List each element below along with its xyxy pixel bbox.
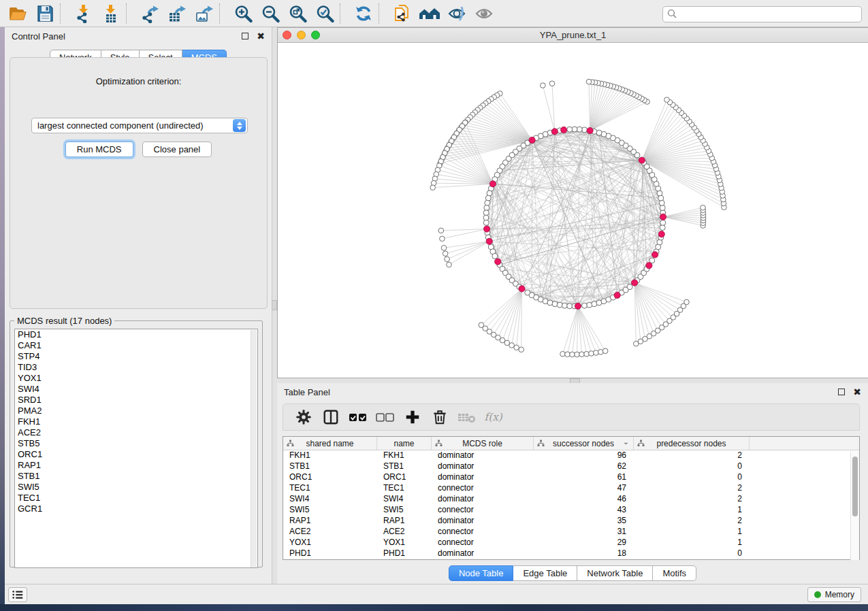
table-row[interactable]: SWI5SWI5connector431 xyxy=(283,505,859,516)
leaf-node[interactable] xyxy=(541,83,546,88)
close-panel-button[interactable]: Close panel xyxy=(142,142,212,157)
dominator-node[interactable] xyxy=(561,127,567,133)
leaf-node[interactable] xyxy=(602,348,608,354)
leaf-node[interactable] xyxy=(586,79,592,84)
network-canvas[interactable] xyxy=(278,43,868,378)
list-item[interactable]: CAR1 xyxy=(15,340,257,351)
leaf-node[interactable] xyxy=(445,257,450,262)
list-item[interactable]: STB5 xyxy=(15,438,257,449)
export-image-icon[interactable] xyxy=(191,2,218,25)
dominator-node[interactable] xyxy=(632,280,638,286)
table-row[interactable]: ACE2ACE2connector311 xyxy=(283,527,859,538)
leaf-node[interactable] xyxy=(560,351,566,357)
dominator-node[interactable] xyxy=(519,286,525,292)
table-row[interactable]: ORC1ORC1dominator610 xyxy=(283,472,859,483)
dominator-node[interactable] xyxy=(614,292,620,298)
table-row[interactable]: PHD1PHD1dominator180 xyxy=(283,548,859,559)
list-item[interactable]: RAP1 xyxy=(15,460,257,471)
network-node[interactable] xyxy=(552,301,558,307)
network-node[interactable] xyxy=(562,303,567,308)
import-network-icon[interactable] xyxy=(70,2,97,25)
network-node[interactable] xyxy=(659,200,664,205)
column-header-name[interactable]: name xyxy=(377,437,432,450)
run-mcds-button[interactable]: Run MCDS xyxy=(65,142,133,157)
table-scrollbar[interactable] xyxy=(850,451,859,560)
tab-network-table[interactable]: Network Table xyxy=(577,565,653,581)
dominator-node[interactable] xyxy=(646,263,652,269)
search-input[interactable] xyxy=(680,10,857,19)
float-table-panel-icon[interactable] xyxy=(838,389,845,395)
network-node[interactable] xyxy=(484,205,489,210)
delete-column-icon[interactable] xyxy=(428,406,452,428)
list-item[interactable]: SWI5 xyxy=(15,482,257,493)
table-row[interactable]: YOX1YOX1connector291 xyxy=(283,538,859,548)
network-node[interactable] xyxy=(660,225,665,231)
dominator-node[interactable] xyxy=(529,137,535,143)
zoom-fit-icon[interactable] xyxy=(284,2,311,25)
export-table-icon[interactable] xyxy=(163,2,191,25)
mcds-list-scrollbar[interactable] xyxy=(251,330,257,568)
add-column-icon[interactable] xyxy=(400,406,425,428)
leaf-node[interactable] xyxy=(509,343,515,348)
list-item[interactable]: TID3 xyxy=(15,362,257,373)
close-table-panel-icon[interactable]: ✖ xyxy=(853,389,861,395)
network-node[interactable] xyxy=(567,127,573,132)
leaf-node[interactable] xyxy=(441,246,447,251)
leaf-node[interactable] xyxy=(565,352,570,357)
list-item[interactable]: STB1 xyxy=(15,471,257,482)
refresh-layout-icon[interactable] xyxy=(350,2,377,25)
search-box[interactable] xyxy=(662,6,862,22)
leaf-node[interactable] xyxy=(598,350,604,355)
column-header-shared-name[interactable]: shared name xyxy=(283,437,377,450)
tab-motifs[interactable]: Motifs xyxy=(653,565,696,581)
leaf-node[interactable] xyxy=(584,351,590,357)
settings-gear-icon[interactable] xyxy=(291,406,316,428)
table-row[interactable]: SWI4SWI4dominator462 xyxy=(283,494,859,505)
leaf-node[interactable] xyxy=(438,228,444,233)
table-row[interactable]: RAP1RAP1dominator352 xyxy=(283,516,859,527)
table-row[interactable]: FKH1FKH1dominator962 xyxy=(283,450,859,461)
list-item[interactable]: PMA2 xyxy=(15,406,257,416)
deselect-all-icon[interactable] xyxy=(373,406,398,428)
dominator-node[interactable] xyxy=(575,303,581,309)
leaf-node[interactable] xyxy=(514,345,519,350)
dominator-node[interactable] xyxy=(660,214,666,220)
list-item[interactable]: YOX1 xyxy=(15,373,257,384)
table-row[interactable]: TEC1TEC1connector472 xyxy=(283,483,859,494)
leaf-node[interactable] xyxy=(519,347,524,352)
list-item[interactable]: PHD1 xyxy=(15,329,257,340)
network-from-file-icon[interactable] xyxy=(389,2,416,25)
column-header-successor-nodes[interactable]: successor nodes⌄ xyxy=(534,437,634,450)
network-node[interactable] xyxy=(485,200,490,205)
split-view-icon[interactable] xyxy=(319,406,343,428)
close-panel-icon[interactable]: ✖ xyxy=(257,33,265,39)
network-node[interactable] xyxy=(557,302,562,308)
network-node[interactable] xyxy=(483,220,489,225)
dominator-node[interactable] xyxy=(495,259,501,265)
network-node[interactable] xyxy=(485,195,491,201)
network-node[interactable] xyxy=(660,220,666,225)
leaf-node[interactable] xyxy=(664,97,670,103)
list-item[interactable]: ORC1 xyxy=(15,449,257,460)
leaf-node[interactable] xyxy=(684,299,690,305)
list-item[interactable]: TEC1 xyxy=(15,493,257,503)
hide-selected-icon[interactable] xyxy=(443,2,470,25)
dominator-node[interactable] xyxy=(486,238,492,244)
leaf-node[interactable] xyxy=(594,350,599,356)
list-item[interactable]: SWI4 xyxy=(15,384,257,395)
criterion-dropdown[interactable]: largest connected component (undirected) xyxy=(31,118,248,133)
column-header-MCDS-role[interactable]: MCDS role xyxy=(432,437,534,450)
dominator-node[interactable] xyxy=(639,157,645,163)
network-window-titlebar[interactable]: YPA_prune.txt_1 xyxy=(278,28,868,43)
dominator-node[interactable] xyxy=(483,226,489,232)
leaf-node[interactable] xyxy=(589,351,594,357)
zoom-selected-icon[interactable] xyxy=(311,2,338,25)
import-table-icon[interactable] xyxy=(97,2,125,25)
leaf-node[interactable] xyxy=(579,352,585,357)
network-node[interactable] xyxy=(587,302,592,308)
leaf-node[interactable] xyxy=(447,262,452,267)
save-session-icon[interactable] xyxy=(31,2,59,25)
tab-edge-table[interactable]: Edge Table xyxy=(513,565,577,581)
table-scrollbar-thumb[interactable] xyxy=(852,457,858,516)
leaf-node[interactable] xyxy=(440,236,445,242)
